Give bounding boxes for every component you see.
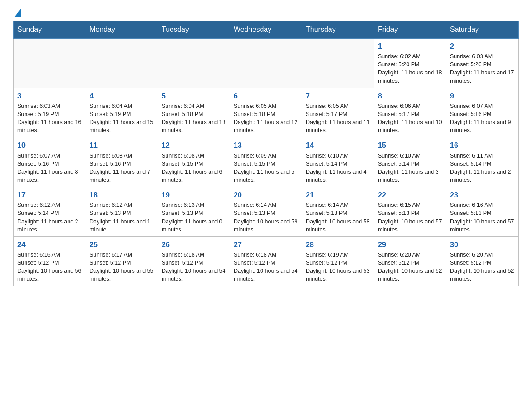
day-number: 28 xyxy=(306,240,370,250)
day-number: 9 xyxy=(450,91,515,101)
day-number: 6 xyxy=(234,91,298,101)
calendar-week-4: 24Sunrise: 6:16 AM Sunset: 5:12 PM Dayli… xyxy=(14,236,519,286)
day-info: Sunrise: 6:07 AM Sunset: 5:16 PM Dayligh… xyxy=(450,102,515,135)
day-info: Sunrise: 6:18 AM Sunset: 5:12 PM Dayligh… xyxy=(162,251,226,283)
calendar-cell xyxy=(230,39,302,88)
day-info: Sunrise: 6:04 AM Sunset: 5:19 PM Dayligh… xyxy=(90,102,154,135)
day-number: 2 xyxy=(450,41,515,51)
day-info: Sunrise: 6:17 AM Sunset: 5:12 PM Dayligh… xyxy=(90,251,154,283)
calendar-cell: 2Sunrise: 6:03 AM Sunset: 5:20 PM Daylig… xyxy=(446,39,519,88)
calendar-cell: 3Sunrise: 6:03 AM Sunset: 5:19 PM Daylig… xyxy=(14,88,86,137)
day-info: Sunrise: 6:04 AM Sunset: 5:18 PM Dayligh… xyxy=(162,102,226,135)
calendar-cell: 8Sunrise: 6:06 AM Sunset: 5:17 PM Daylig… xyxy=(374,88,446,137)
calendar-cell: 29Sunrise: 6:20 AM Sunset: 5:12 PM Dayli… xyxy=(374,236,446,286)
calendar-cell: 7Sunrise: 6:05 AM Sunset: 5:17 PM Daylig… xyxy=(302,88,374,137)
day-info: Sunrise: 6:05 AM Sunset: 5:18 PM Dayligh… xyxy=(234,102,298,135)
day-info: Sunrise: 6:03 AM Sunset: 5:19 PM Dayligh… xyxy=(17,102,82,135)
calendar-cell: 4Sunrise: 6:04 AM Sunset: 5:19 PM Daylig… xyxy=(86,88,158,137)
day-info: Sunrise: 6:15 AM Sunset: 5:13 PM Dayligh… xyxy=(378,201,442,234)
day-number: 19 xyxy=(162,190,226,200)
day-number: 15 xyxy=(378,140,442,150)
day-number: 11 xyxy=(90,140,154,150)
logo-triangle-icon xyxy=(14,9,21,17)
calendar-cell: 22Sunrise: 6:15 AM Sunset: 5:13 PM Dayli… xyxy=(374,187,446,237)
calendar-cell: 25Sunrise: 6:17 AM Sunset: 5:12 PM Dayli… xyxy=(86,236,158,286)
calendar-cell xyxy=(158,39,230,88)
calendar-cell: 18Sunrise: 6:12 AM Sunset: 5:13 PM Dayli… xyxy=(86,187,158,237)
calendar-cell: 19Sunrise: 6:13 AM Sunset: 5:13 PM Dayli… xyxy=(158,187,230,237)
day-number: 1 xyxy=(378,41,442,51)
day-info: Sunrise: 6:20 AM Sunset: 5:12 PM Dayligh… xyxy=(378,251,442,283)
day-info: Sunrise: 6:10 AM Sunset: 5:14 PM Dayligh… xyxy=(306,152,370,184)
calendar-cell: 26Sunrise: 6:18 AM Sunset: 5:12 PM Dayli… xyxy=(158,236,230,286)
day-number: 27 xyxy=(234,240,298,250)
day-info: Sunrise: 6:16 AM Sunset: 5:12 PM Dayligh… xyxy=(17,251,82,283)
day-number: 26 xyxy=(162,240,226,250)
day-info: Sunrise: 6:05 AM Sunset: 5:17 PM Dayligh… xyxy=(306,102,370,135)
day-number: 22 xyxy=(378,190,442,200)
logo xyxy=(13,9,21,16)
calendar-cell: 30Sunrise: 6:20 AM Sunset: 5:12 PM Dayli… xyxy=(446,236,519,286)
calendar-cell: 16Sunrise: 6:11 AM Sunset: 5:14 PM Dayli… xyxy=(446,137,519,187)
day-info: Sunrise: 6:08 AM Sunset: 5:16 PM Dayligh… xyxy=(90,152,154,184)
calendar-cell: 6Sunrise: 6:05 AM Sunset: 5:18 PM Daylig… xyxy=(230,88,302,137)
day-info: Sunrise: 6:08 AM Sunset: 5:15 PM Dayligh… xyxy=(162,152,226,184)
day-number: 10 xyxy=(17,140,82,150)
day-number: 16 xyxy=(450,140,515,150)
day-number: 5 xyxy=(162,91,226,101)
day-info: Sunrise: 6:14 AM Sunset: 5:13 PM Dayligh… xyxy=(234,201,298,234)
day-number: 12 xyxy=(162,140,226,150)
day-number: 20 xyxy=(234,190,298,200)
day-info: Sunrise: 6:03 AM Sunset: 5:20 PM Dayligh… xyxy=(450,52,515,85)
day-info: Sunrise: 6:12 AM Sunset: 5:13 PM Dayligh… xyxy=(90,201,154,234)
col-header-tuesday: Tuesday xyxy=(158,21,230,39)
calendar-week-2: 10Sunrise: 6:07 AM Sunset: 5:16 PM Dayli… xyxy=(14,137,519,187)
col-header-sunday: Sunday xyxy=(14,21,86,39)
calendar-cell: 17Sunrise: 6:12 AM Sunset: 5:14 PM Dayli… xyxy=(14,187,86,237)
day-info: Sunrise: 6:18 AM Sunset: 5:12 PM Dayligh… xyxy=(234,251,298,283)
calendar-cell: 10Sunrise: 6:07 AM Sunset: 5:16 PM Dayli… xyxy=(14,137,86,187)
calendar-cell: 13Sunrise: 6:09 AM Sunset: 5:15 PM Dayli… xyxy=(230,137,302,187)
col-header-monday: Monday xyxy=(86,21,158,39)
day-info: Sunrise: 6:16 AM Sunset: 5:13 PM Dayligh… xyxy=(450,201,515,234)
col-header-saturday: Saturday xyxy=(446,21,519,39)
day-info: Sunrise: 6:06 AM Sunset: 5:17 PM Dayligh… xyxy=(378,102,442,135)
col-header-thursday: Thursday xyxy=(302,21,374,39)
page-header xyxy=(13,9,519,16)
day-info: Sunrise: 6:10 AM Sunset: 5:14 PM Dayligh… xyxy=(378,152,442,184)
day-info: Sunrise: 6:12 AM Sunset: 5:14 PM Dayligh… xyxy=(17,201,82,234)
day-info: Sunrise: 6:11 AM Sunset: 5:14 PM Dayligh… xyxy=(450,152,515,184)
day-number: 18 xyxy=(90,190,154,200)
day-info: Sunrise: 6:13 AM Sunset: 5:13 PM Dayligh… xyxy=(162,201,226,234)
calendar-cell: 24Sunrise: 6:16 AM Sunset: 5:12 PM Dayli… xyxy=(14,236,86,286)
day-info: Sunrise: 6:07 AM Sunset: 5:16 PM Dayligh… xyxy=(17,152,82,184)
calendar-week-1: 3Sunrise: 6:03 AM Sunset: 5:19 PM Daylig… xyxy=(14,88,519,137)
day-number: 3 xyxy=(17,91,82,101)
calendar-cell: 15Sunrise: 6:10 AM Sunset: 5:14 PM Dayli… xyxy=(374,137,446,187)
calendar-cell: 5Sunrise: 6:04 AM Sunset: 5:18 PM Daylig… xyxy=(158,88,230,137)
calendar-cell xyxy=(14,39,86,88)
day-info: Sunrise: 6:02 AM Sunset: 5:20 PM Dayligh… xyxy=(378,52,442,85)
day-number: 24 xyxy=(17,240,82,250)
calendar-header-row: SundayMondayTuesdayWednesdayThursdayFrid… xyxy=(14,21,519,39)
day-number: 17 xyxy=(17,190,82,200)
calendar-cell xyxy=(302,39,374,88)
col-header-wednesday: Wednesday xyxy=(230,21,302,39)
calendar-cell: 27Sunrise: 6:18 AM Sunset: 5:12 PM Dayli… xyxy=(230,236,302,286)
calendar-cell: 11Sunrise: 6:08 AM Sunset: 5:16 PM Dayli… xyxy=(86,137,158,187)
day-number: 30 xyxy=(450,240,515,250)
calendar-table: SundayMondayTuesdayWednesdayThursdayFrid… xyxy=(13,21,519,286)
day-number: 25 xyxy=(90,240,154,250)
calendar-cell: 28Sunrise: 6:19 AM Sunset: 5:12 PM Dayli… xyxy=(302,236,374,286)
day-number: 7 xyxy=(306,91,370,101)
day-number: 23 xyxy=(450,190,515,200)
day-number: 13 xyxy=(234,140,298,150)
day-info: Sunrise: 6:19 AM Sunset: 5:12 PM Dayligh… xyxy=(306,251,370,283)
day-number: 21 xyxy=(306,190,370,200)
day-number: 4 xyxy=(90,91,154,101)
calendar-week-3: 17Sunrise: 6:12 AM Sunset: 5:14 PM Dayli… xyxy=(14,187,519,237)
day-number: 14 xyxy=(306,140,370,150)
day-info: Sunrise: 6:14 AM Sunset: 5:13 PM Dayligh… xyxy=(306,201,370,234)
day-info: Sunrise: 6:09 AM Sunset: 5:15 PM Dayligh… xyxy=(234,152,298,184)
calendar-cell: 21Sunrise: 6:14 AM Sunset: 5:13 PM Dayli… xyxy=(302,187,374,237)
